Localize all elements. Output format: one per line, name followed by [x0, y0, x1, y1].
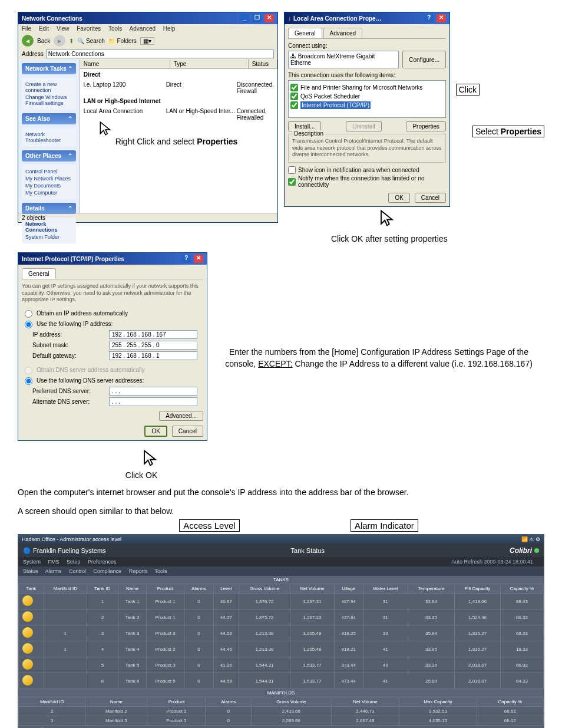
sidebar-item-mydocs[interactable]: My Documents	[25, 183, 72, 189]
nc-titlebar[interactable]: Network Connections _ ❐ ✕	[18, 12, 277, 24]
table-row[interactable]: 6Tank 6Product 5044.581,544.811,533.7797…	[19, 673, 544, 689]
col-header[interactable]: Name	[118, 584, 147, 594]
configure-button[interactable]: Configure...	[402, 51, 446, 68]
folders-button[interactable]: Folders	[117, 38, 136, 44]
adns-input[interactable]: . . .	[109, 397, 197, 406]
submenu-status[interactable]: Status	[23, 568, 38, 574]
chk-item2[interactable]	[290, 93, 298, 100]
see-also-panel[interactable]: See Also⌃	[22, 113, 76, 124]
menu-fms[interactable]: FMS	[48, 559, 59, 565]
sub-menu[interactable]: Status Alarms Control Compliance Reports…	[18, 566, 544, 576]
table-row[interactable]: 2Manifold 2Product 202,433.662,446.733,5…	[19, 707, 544, 716]
submenu-tools[interactable]: Tools	[155, 568, 167, 574]
top-menu[interactable]: System FMS Setup Preferences Auto Refres…	[18, 557, 544, 566]
sidebar-item-cp[interactable]: Control Panel	[25, 169, 72, 174]
menu-file[interactable]: File	[22, 25, 31, 32]
submenu-control[interactable]: Control	[69, 568, 86, 574]
close-icon[interactable]: ✕	[437, 14, 446, 22]
tab-general[interactable]: General	[22, 268, 56, 279]
col-header[interactable]: Name	[85, 697, 147, 707]
other-places-panel[interactable]: Other Places⌃	[22, 150, 76, 162]
connection-row-laptop[interactable]: i.e. Laptop 1200 Direct Disconnected, Fi…	[80, 80, 277, 95]
col-header[interactable]: Manifold ID	[44, 584, 87, 594]
cancel-button[interactable]: Cancel	[172, 426, 203, 437]
forward-button[interactable]: ►	[54, 35, 65, 47]
sidebar-item-firewall[interactable]: Change Windows Firewall settings	[25, 94, 72, 106]
details-panel[interactable]: Details⌃	[22, 203, 76, 214]
menu-preferences[interactable]: Preferences	[88, 559, 117, 565]
chk-item1[interactable]	[290, 84, 298, 91]
maximize-icon[interactable]: ❐	[252, 14, 262, 22]
radio-manual-dns[interactable]	[25, 377, 32, 385]
col-status[interactable]: Status	[249, 60, 277, 68]
props-titlebar[interactable]: ↓Local Area Connection Prope… ? ✕	[285, 12, 449, 24]
table-row[interactable]: 14Tank 4Product 2044.461,213.081,205.499…	[19, 641, 544, 657]
submenu-reports[interactable]: Reports	[129, 568, 148, 574]
table-row[interactable]: 1Tank 1Product 1040.871,876.721,287.3148…	[19, 594, 544, 610]
chk-showicon[interactable]	[288, 166, 296, 174]
chk-notify[interactable]	[288, 178, 296, 186]
items-list[interactable]: File and Printer Sharing for Microsoft N…	[288, 80, 446, 118]
sidebar-item-mnp[interactable]: My Network Places	[25, 176, 72, 182]
table-row[interactable]: 5Tank 5Product 3041.361,544.211,533.7737…	[19, 657, 544, 673]
col-header[interactable]: Manifold ID	[19, 697, 85, 707]
chk-item3[interactable]	[290, 101, 298, 109]
col-header[interactable]: Fill Capacity	[455, 584, 501, 594]
network-tasks-panel[interactable]: Network Tasks⌃	[22, 63, 76, 74]
ip-address-input[interactable]: 192 . 168 . 168 . 167	[109, 330, 197, 339]
menu-view[interactable]: View	[57, 25, 70, 32]
ok-button[interactable]: OK	[144, 426, 167, 437]
advanced-button[interactable]: Advanced...	[159, 411, 203, 421]
up-icon[interactable]: ⬆	[69, 38, 74, 44]
close-icon[interactable]: ✕	[265, 14, 274, 22]
col-header[interactable]: Capacity %	[500, 584, 543, 594]
col-name[interactable]: Name	[80, 60, 170, 68]
address-input[interactable]	[46, 50, 274, 58]
col-header[interactable]: Net Volume	[331, 697, 399, 707]
col-type[interactable]: Type	[170, 60, 249, 68]
radio-manual-ip[interactable]	[25, 321, 32, 328]
menu-tools[interactable]: Tools	[108, 25, 122, 32]
col-header[interactable]: Gross Volume	[252, 697, 332, 707]
tcpip-titlebar[interactable]: Internet Protocol (TCP/IP) Properties ? …	[18, 253, 207, 265]
menu-system[interactable]: System	[23, 559, 41, 565]
col-header[interactable]: Tank	[19, 584, 44, 594]
minimize-icon[interactable]: _	[240, 14, 249, 22]
ok-button[interactable]: OK	[388, 193, 409, 203]
help-icon[interactable]: ?	[181, 255, 191, 263]
tab-general[interactable]: General	[288, 28, 322, 38]
menu-advanced[interactable]: Advanced	[130, 25, 156, 32]
col-header[interactable]: Alarms	[206, 697, 252, 707]
views-button[interactable]: ▦▾	[140, 37, 154, 45]
col-header[interactable]: Net Volume	[290, 584, 334, 594]
cancel-button[interactable]: Cancel	[415, 193, 446, 203]
col-header[interactable]: Tank ID	[87, 584, 118, 594]
col-header[interactable]: Ullage	[334, 584, 363, 594]
radio-auto-ip[interactable]	[25, 310, 32, 318]
pdns-input[interactable]: . . .	[109, 387, 197, 396]
help-icon[interactable]: ?	[424, 14, 434, 22]
back-button[interactable]: ◄	[22, 35, 34, 47]
sidebar-item-troubleshooter[interactable]: Network Troubleshooter	[25, 131, 72, 143]
col-header[interactable]: Capacity %	[477, 697, 543, 707]
properties-button[interactable]: Properties	[406, 121, 446, 131]
menu-edit[interactable]: Edit	[39, 25, 49, 32]
sidebar-item-mycomp[interactable]: My Computer	[25, 190, 72, 196]
tab-advanced[interactable]: Advanced	[323, 28, 362, 38]
menubar[interactable]: File Edit View Favorites Tools Advanced …	[18, 24, 277, 33]
col-header[interactable]: Temperature	[408, 584, 455, 594]
table-row[interactable]: 13Tank 3Product 3044.581,213.081,205.499…	[19, 625, 544, 641]
sidebar-item-create[interactable]: Create a new connection	[25, 81, 72, 93]
col-header[interactable]: Alarms	[184, 584, 213, 594]
col-header[interactable]: Product	[147, 584, 184, 594]
gateway-input[interactable]: 192 . 168 . 168 . 1	[109, 351, 197, 360]
col-header[interactable]: Max Capacity	[399, 697, 477, 707]
menu-setup[interactable]: Setup	[67, 559, 81, 565]
table-row[interactable]: 3Manifold 3Product 302,589.862,667.484,0…	[19, 716, 544, 726]
close-icon[interactable]: ✕	[194, 255, 203, 263]
search-button[interactable]: Search	[86, 38, 105, 44]
subnet-mask-input[interactable]: 255 . 255 . 255 . 0	[109, 341, 197, 350]
menu-favorites[interactable]: Favorites	[77, 25, 101, 32]
col-header[interactable]: Level	[213, 584, 239, 594]
menu-help[interactable]: Help	[163, 25, 176, 32]
